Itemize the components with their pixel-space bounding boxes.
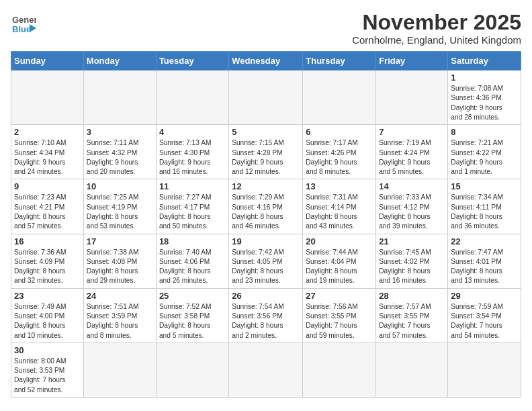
table-row: 8Sunrise: 7:21 AMSunset: 4:22 PMDaylight…	[448, 125, 521, 179]
table-row: 11Sunrise: 7:27 AMSunset: 4:17 PMDayligh…	[156, 179, 228, 234]
day-number: 10	[87, 181, 153, 191]
table-row: 13Sunrise: 7:31 AMSunset: 4:14 PMDayligh…	[303, 179, 376, 234]
day-number: 14	[379, 181, 445, 191]
table-row: 30Sunrise: 8:00 AMSunset: 3:53 PMDayligh…	[11, 342, 84, 397]
calendar-header-row: Sunday Monday Tuesday Wednesday Thursday…	[11, 52, 521, 71]
calendar-table: Sunday Monday Tuesday Wednesday Thursday…	[11, 51, 521, 398]
day-number: 25	[159, 291, 226, 301]
calendar-week-row: 1Sunrise: 7:08 AMSunset: 4:36 PMDaylight…	[11, 71, 521, 125]
day-number: 4	[159, 127, 226, 137]
logo: General Blue	[11, 11, 36, 36]
day-info: Sunrise: 7:11 AMSunset: 4:32 PMDaylight:…	[87, 138, 153, 177]
table-row: 27Sunrise: 7:56 AMSunset: 3:55 PMDayligh…	[303, 288, 376, 342]
table-row	[229, 71, 303, 125]
day-info: Sunrise: 7:36 AMSunset: 4:09 PMDaylight:…	[14, 248, 81, 286]
day-number: 21	[379, 236, 445, 246]
calendar-week-row: 16Sunrise: 7:36 AMSunset: 4:09 PMDayligh…	[11, 234, 521, 288]
table-row: 5Sunrise: 7:15 AMSunset: 4:28 PMDaylight…	[229, 125, 303, 179]
calendar-week-row: 23Sunrise: 7:49 AMSunset: 4:00 PMDayligh…	[11, 288, 521, 342]
day-number: 24	[87, 291, 153, 301]
calendar-week-row: 2Sunrise: 7:10 AMSunset: 4:34 PMDaylight…	[11, 125, 521, 179]
day-info: Sunrise: 7:23 AMSunset: 4:21 PMDaylight:…	[14, 193, 81, 231]
table-row: 9Sunrise: 7:23 AMSunset: 4:21 PMDaylight…	[11, 179, 84, 234]
day-number: 15	[451, 181, 518, 191]
col-saturday: Saturday	[448, 52, 521, 71]
table-row: 21Sunrise: 7:45 AMSunset: 4:02 PMDayligh…	[376, 234, 448, 288]
day-number: 9	[14, 181, 81, 191]
table-row	[303, 342, 376, 397]
day-info: Sunrise: 7:33 AMSunset: 4:12 PMDaylight:…	[379, 193, 445, 231]
table-row: 28Sunrise: 7:57 AMSunset: 3:55 PMDayligh…	[376, 288, 448, 342]
col-monday: Monday	[83, 52, 156, 71]
day-info: Sunrise: 7:52 AMSunset: 3:58 PMDaylight:…	[159, 302, 226, 340]
day-number: 27	[306, 291, 373, 301]
table-row: 22Sunrise: 7:47 AMSunset: 4:01 PMDayligh…	[448, 234, 521, 288]
table-row: 7Sunrise: 7:19 AMSunset: 4:24 PMDaylight…	[376, 125, 448, 179]
day-number: 3	[87, 127, 153, 137]
day-info: Sunrise: 7:34 AMSunset: 4:11 PMDaylight:…	[451, 193, 518, 231]
table-row	[229, 342, 303, 397]
day-info: Sunrise: 7:08 AMSunset: 4:36 PMDaylight:…	[451, 84, 518, 122]
table-row	[303, 71, 376, 125]
day-info: Sunrise: 7:27 AMSunset: 4:17 PMDaylight:…	[159, 193, 226, 231]
table-row: 15Sunrise: 7:34 AMSunset: 4:11 PMDayligh…	[448, 179, 521, 234]
day-number: 28	[379, 291, 445, 301]
col-thursday: Thursday	[303, 52, 376, 71]
day-info: Sunrise: 7:47 AMSunset: 4:01 PMDaylight:…	[451, 248, 518, 286]
col-wednesday: Wednesday	[229, 52, 303, 71]
table-row: 17Sunrise: 7:38 AMSunset: 4:08 PMDayligh…	[83, 234, 156, 288]
table-row: 26Sunrise: 7:54 AMSunset: 3:56 PMDayligh…	[229, 288, 303, 342]
table-row: 12Sunrise: 7:29 AMSunset: 4:16 PMDayligh…	[229, 179, 303, 234]
day-info: Sunrise: 7:51 AMSunset: 3:59 PMDaylight:…	[87, 302, 153, 340]
svg-text:General: General	[12, 15, 36, 25]
table-row	[83, 71, 156, 125]
col-tuesday: Tuesday	[156, 52, 228, 71]
svg-marker-2	[30, 24, 36, 32]
day-number: 26	[232, 291, 300, 301]
day-info: Sunrise: 7:40 AMSunset: 4:06 PMDaylight:…	[159, 248, 226, 286]
day-info: Sunrise: 7:49 AMSunset: 4:00 PMDaylight:…	[14, 302, 81, 340]
table-row	[156, 342, 228, 397]
day-info: Sunrise: 7:17 AMSunset: 4:26 PMDaylight:…	[306, 138, 373, 177]
table-row	[448, 342, 521, 397]
calendar-subtitle: Cornholme, England, United Kingdom	[352, 34, 521, 46]
day-info: Sunrise: 7:29 AMSunset: 4:16 PMDaylight:…	[232, 193, 300, 231]
calendar-title: November 2025	[352, 11, 521, 34]
day-number: 22	[451, 236, 518, 246]
day-number: 17	[87, 236, 153, 246]
logo-icon: General Blue	[11, 11, 36, 36]
table-row: 16Sunrise: 7:36 AMSunset: 4:09 PMDayligh…	[11, 234, 84, 288]
day-number: 8	[451, 127, 518, 137]
col-friday: Friday	[376, 52, 448, 71]
day-info: Sunrise: 8:00 AMSunset: 3:53 PMDaylight:…	[14, 357, 81, 395]
day-number: 11	[159, 181, 226, 191]
day-info: Sunrise: 7:21 AMSunset: 4:22 PMDaylight:…	[451, 138, 518, 177]
day-number: 23	[14, 291, 81, 301]
day-number: 29	[451, 291, 518, 301]
day-number: 1	[451, 73, 518, 83]
table-row	[156, 71, 228, 125]
calendar-week-row: 9Sunrise: 7:23 AMSunset: 4:21 PMDaylight…	[11, 179, 521, 234]
day-info: Sunrise: 7:31 AMSunset: 4:14 PMDaylight:…	[306, 193, 373, 231]
table-row: 2Sunrise: 7:10 AMSunset: 4:34 PMDaylight…	[11, 125, 84, 179]
table-row: 25Sunrise: 7:52 AMSunset: 3:58 PMDayligh…	[156, 288, 228, 342]
day-info: Sunrise: 7:42 AMSunset: 4:05 PMDaylight:…	[232, 248, 300, 286]
day-number: 19	[232, 236, 300, 246]
calendar-week-row: 30Sunrise: 8:00 AMSunset: 3:53 PMDayligh…	[11, 342, 521, 397]
table-row: 3Sunrise: 7:11 AMSunset: 4:32 PMDaylight…	[83, 125, 156, 179]
title-area: November 2025 Cornholme, England, United…	[352, 11, 521, 46]
svg-text:Blue: Blue	[12, 24, 31, 34]
header: General Blue November 2025 Cornholme, En…	[11, 11, 521, 46]
table-row: 1Sunrise: 7:08 AMSunset: 4:36 PMDaylight…	[448, 71, 521, 125]
day-info: Sunrise: 7:25 AMSunset: 4:19 PMDaylight:…	[87, 193, 153, 231]
day-info: Sunrise: 7:56 AMSunset: 3:55 PMDaylight:…	[306, 302, 373, 340]
day-info: Sunrise: 7:44 AMSunset: 4:04 PMDaylight:…	[306, 248, 373, 286]
day-number: 13	[306, 181, 373, 191]
day-info: Sunrise: 7:15 AMSunset: 4:28 PMDaylight:…	[232, 138, 300, 177]
day-number: 12	[232, 181, 300, 191]
table-row	[83, 342, 156, 397]
day-number: 20	[306, 236, 373, 246]
day-info: Sunrise: 7:54 AMSunset: 3:56 PMDaylight:…	[232, 302, 300, 340]
day-number: 18	[159, 236, 226, 246]
table-row: 19Sunrise: 7:42 AMSunset: 4:05 PMDayligh…	[229, 234, 303, 288]
